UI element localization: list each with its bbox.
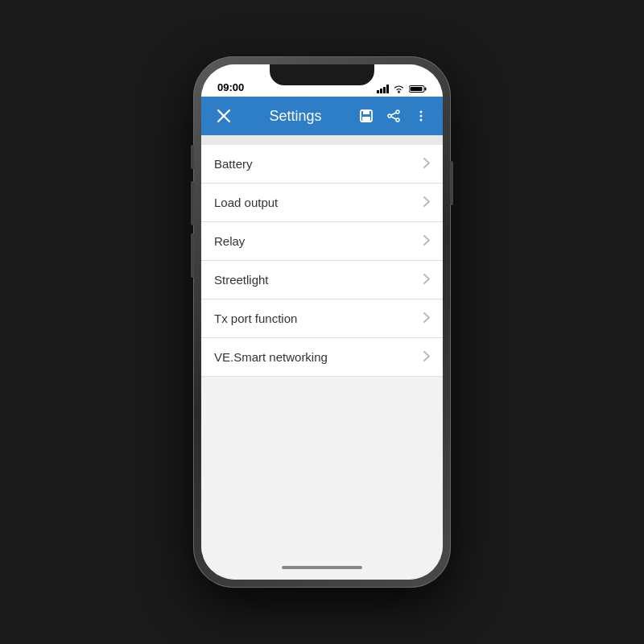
status-time: 09:00 [217, 81, 244, 93]
volume-down-button [191, 233, 194, 278]
relay-menu-item[interactable]: Relay [201, 222, 443, 261]
svg-rect-1 [380, 89, 382, 93]
tx-port-menu-item[interactable]: Tx port function [201, 299, 443, 338]
ve-smart-chevron [423, 351, 430, 364]
svg-rect-2 [383, 87, 386, 93]
svg-rect-12 [362, 117, 370, 121]
load-output-menu-item[interactable]: Load output [201, 184, 443, 222]
phone-frame: 09:00 [193, 56, 451, 588]
tx-port-label: Tx port function [214, 312, 297, 325]
page-title: Settings [237, 108, 354, 125]
volume-up-button [191, 181, 194, 225]
svg-rect-0 [377, 90, 379, 93]
settings-content: Battery Load output Relay [201, 135, 443, 555]
svg-line-16 [391, 113, 396, 115]
power-button [450, 161, 453, 205]
battery-label: Battery [214, 157, 253, 171]
svg-rect-3 [386, 85, 389, 93]
svg-rect-7 [411, 87, 423, 91]
share-button[interactable] [382, 104, 406, 128]
svg-point-20 [420, 119, 423, 122]
save-button[interactable] [354, 104, 378, 128]
svg-point-15 [396, 118, 399, 122]
home-bar [282, 566, 362, 569]
streetlight-chevron [423, 274, 430, 287]
notch [270, 64, 374, 85]
home-indicator [201, 555, 443, 580]
svg-point-14 [388, 114, 391, 118]
load-output-label: Load output [214, 196, 278, 209]
relay-chevron [423, 235, 430, 248]
phone-screen: 09:00 [201, 64, 443, 580]
battery-chevron [423, 158, 430, 171]
relay-label: Relay [214, 234, 245, 248]
svg-line-17 [391, 117, 396, 119]
ve-smart-menu-item[interactable]: VE.Smart networking [201, 338, 443, 377]
wifi-icon [393, 85, 405, 93]
more-button[interactable] [409, 104, 433, 128]
svg-point-18 [420, 111, 423, 114]
app-bar: Settings [201, 97, 443, 135]
svg-point-13 [396, 110, 399, 114]
streetlight-label: Streetlight [214, 273, 269, 287]
svg-point-4 [398, 91, 399, 93]
close-button[interactable] [211, 103, 237, 129]
status-icons [377, 85, 427, 93]
streetlight-menu-item[interactable]: Streetlight [201, 261, 443, 299]
svg-point-19 [420, 115, 423, 118]
load-output-chevron [423, 196, 430, 209]
battery-status-icon [409, 85, 427, 93]
section-header [201, 135, 443, 145]
svg-rect-11 [363, 110, 369, 114]
signal-icon [377, 85, 389, 93]
mute-button [191, 145, 194, 169]
app-bar-actions [354, 104, 433, 128]
battery-menu-item[interactable]: Battery [201, 145, 443, 184]
tx-port-chevron [423, 312, 430, 325]
svg-rect-6 [425, 88, 427, 91]
ve-smart-label: VE.Smart networking [214, 350, 328, 364]
